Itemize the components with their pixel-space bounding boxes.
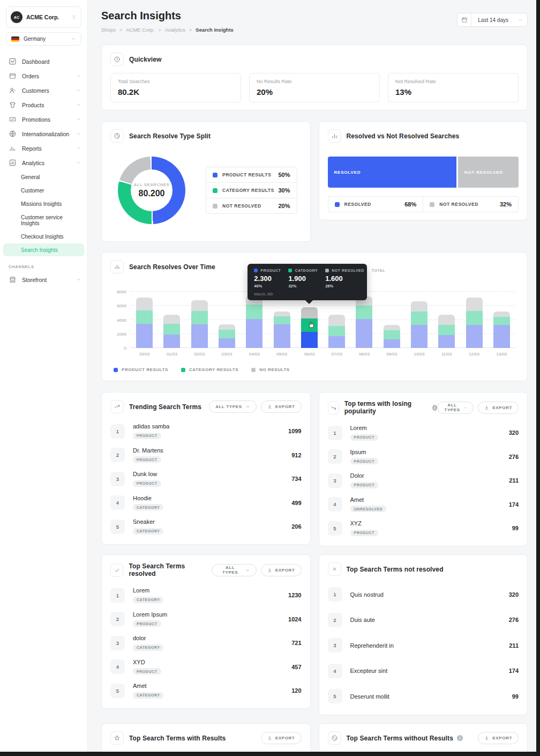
bar-segment[interactable]	[356, 306, 372, 319]
sidebar-item-products[interactable]: Products	[0, 98, 87, 112]
sidebar-item-search-insights[interactable]: Search Insights	[3, 243, 84, 256]
breadcrumb-item[interactable]: ACME Corp.	[126, 27, 154, 33]
stacked-bar-04-03[interactable]	[246, 296, 262, 348]
term-row: 3 dolor CATEGORY 721	[110, 633, 302, 653]
bar-segment-resolved[interactable]: RESOLVED	[328, 157, 456, 188]
sidebar-item-missions-insights[interactable]: Missions Insights	[3, 197, 84, 210]
bar-segment[interactable]	[411, 312, 428, 325]
stacked-bar-12-03[interactable]	[466, 298, 483, 348]
bar-segment[interactable]	[219, 330, 235, 338]
bar-segment[interactable]	[328, 315, 345, 326]
bar-segment[interactable]	[163, 324, 180, 335]
stacked-bar-06-03[interactable]	[301, 307, 318, 348]
sidebar-item-reports[interactable]: Reports	[0, 141, 87, 155]
sidebar-item-promotions[interactable]: Promotions	[0, 112, 87, 127]
bar-segment[interactable]	[493, 325, 510, 348]
bar-segment[interactable]	[246, 319, 262, 348]
sidebar-item-customer[interactable]: Customer	[3, 184, 84, 197]
org-selector[interactable]: AC ACME Corp.	[6, 6, 81, 28]
bar-segment[interactable]	[246, 305, 262, 319]
stacked-bar-03-03[interactable]	[219, 324, 235, 348]
bar-segment[interactable]	[301, 332, 318, 348]
bar-segment[interactable]	[384, 339, 400, 348]
sidebar-item-checkout-insights[interactable]: Checkout Insights	[3, 230, 84, 243]
bar-segment[interactable]	[219, 338, 235, 348]
term-row: 2 Ipsum PRODUCT 276	[328, 447, 519, 467]
bar-segment[interactable]	[163, 315, 180, 324]
bar-segment[interactable]	[328, 326, 345, 336]
sidebar-item-customer-service-insights[interactable]: Customer service Insights	[3, 211, 84, 229]
export-button[interactable]: EXPORT	[261, 401, 302, 413]
sidebar-item-internationalization[interactable]: Internationalization	[0, 127, 87, 141]
all-types-dropdown[interactable]: ALL TYPES	[209, 401, 257, 413]
bar-segment[interactable]	[384, 330, 400, 340]
bar-segment[interactable]	[411, 301, 428, 311]
info-icon[interactable]: i	[457, 735, 463, 741]
export-button[interactable]: EXPORT	[478, 402, 519, 414]
stacked-bar-07-03[interactable]	[328, 315, 345, 348]
bar-segment[interactable]	[274, 312, 290, 316]
bar-segment[interactable]	[411, 325, 428, 348]
stacked-bar-05-03[interactable]	[274, 312, 290, 348]
stacked-bar-01-03[interactable]	[163, 315, 180, 348]
bar-segment-not-resolved[interactable]: NOT RESOLVED	[458, 157, 519, 188]
breadcrumb-item[interactable]: Shops	[101, 27, 116, 33]
sidebar-item-storefront[interactable]: Storefront	[0, 272, 87, 287]
sidebar-item-customers[interactable]: Customers	[0, 83, 87, 98]
bar-segment[interactable]	[328, 336, 345, 348]
stacked-bar-09-03[interactable]	[384, 325, 400, 348]
stacked-bar-13-03[interactable]	[493, 312, 510, 348]
sidebar-item-orders[interactable]: Orders	[0, 69, 87, 83]
sidebar-item-dashboard[interactable]: Dashboard	[0, 54, 87, 69]
resolve-type-donut-chart[interactable]: ALL SEARCHES 80.200	[118, 157, 185, 224]
term-name: Lorem	[350, 425, 504, 431]
country-selector[interactable]: Germany	[6, 32, 81, 46]
term-name: Hoodie	[133, 495, 286, 501]
bar-segment[interactable]	[356, 319, 372, 348]
bar-chart-icon	[110, 260, 124, 273]
bar-segment[interactable]	[384, 325, 400, 330]
all-types-dropdown[interactable]: ALL TYPES	[437, 402, 474, 414]
export-button[interactable]: EXPORT	[478, 732, 519, 744]
stacked-bar-08-03[interactable]	[356, 297, 372, 348]
export-button[interactable]: EXPORT	[261, 564, 302, 576]
bar-segment[interactable]	[438, 325, 455, 336]
bar-segment[interactable]	[219, 324, 235, 330]
bar-segment[interactable]	[136, 310, 153, 324]
bar-segment[interactable]	[274, 316, 290, 324]
bar-segment[interactable]	[191, 324, 208, 348]
bar-segment[interactable]	[136, 324, 153, 348]
bar-segment[interactable]	[438, 335, 455, 348]
sidebar-item-general[interactable]: General	[3, 171, 84, 183]
term-count: 1099	[288, 428, 301, 434]
download-icon	[484, 736, 489, 740]
sidebar-item-analytics[interactable]: Analytics	[0, 155, 87, 170]
bar-segment[interactable]	[493, 312, 510, 317]
x-axis-tick: 06/03	[296, 352, 323, 357]
stacked-bar-11-03[interactable]	[438, 315, 455, 348]
date-range-filter[interactable]: Last 14 days	[457, 13, 528, 27]
bar-segment[interactable]	[191, 311, 208, 324]
bar-segment[interactable]	[301, 307, 318, 318]
stacked-bar-02-03[interactable]	[191, 300, 208, 348]
bar-segment[interactable]	[466, 311, 483, 325]
bar-segment[interactable]	[466, 325, 483, 348]
stacked-bar-10-03[interactable]	[411, 301, 428, 348]
tooltip-percent: 32%	[288, 284, 318, 288]
bar-segment[interactable]	[466, 298, 483, 311]
download-icon	[267, 736, 272, 740]
bar-segment[interactable]	[301, 318, 318, 332]
info-icon[interactable]: i	[432, 405, 437, 411]
export-button[interactable]: EXPORT	[261, 732, 302, 744]
stacked-bar-29-02[interactable]	[136, 298, 153, 349]
sidebar-item-label: Storefront	[22, 277, 76, 283]
bar-segment[interactable]	[438, 315, 455, 325]
resolved-vs-not-bar[interactable]: RESOLVEDNOT RESOLVED	[328, 157, 519, 188]
bar-segment[interactable]	[493, 317, 510, 325]
bar-segment[interactable]	[136, 298, 153, 310]
bar-segment[interactable]	[191, 300, 208, 311]
breadcrumb-item[interactable]: Analytics	[165, 27, 185, 33]
bar-segment[interactable]	[274, 324, 290, 348]
all-types-dropdown[interactable]: ALL TYPES	[212, 564, 257, 576]
bar-segment[interactable]	[163, 335, 180, 348]
